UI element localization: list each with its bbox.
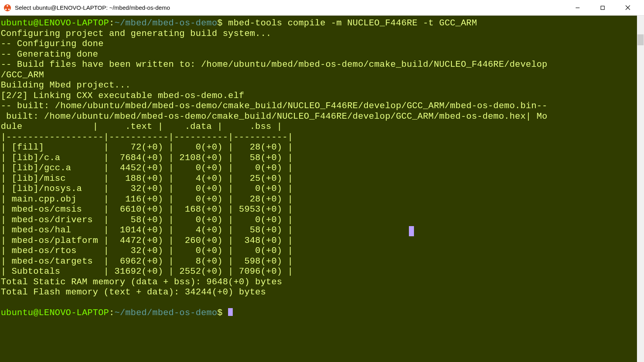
output-line: built: /home/ubuntu/mbed/mbed-os-demo/cm… bbox=[1, 111, 548, 121]
terminal-output: ubuntu@LENOVO-LAPTOP:~/mbed/mbed-os-demo… bbox=[0, 16, 644, 318]
prompt2-colon: : bbox=[109, 308, 114, 318]
table-row: | mbed-os/targets | 6962(+0) | 8(+0) | 5… bbox=[1, 256, 293, 266]
table-row: | [lib]/misc | 188(+0) | 4(+0) | 25(+0) … bbox=[1, 173, 293, 184]
table-row: | mbed-os/hal | 1014(+0) | 4(+0) | 58(+0… bbox=[1, 225, 293, 235]
window-titlebar: Select ubuntu@LENOVO-LAPTOP: ~/mbed/mbed… bbox=[0, 0, 644, 16]
output-line: [2/2] Linking CXX executable mbed-os-dem… bbox=[1, 91, 244, 101]
table-row: | mbed-os/drivers | 58(+0) | 0(+0) | 0(+… bbox=[1, 215, 293, 225]
prompt2-user-host: ubuntu@LENOVO-LAPTOP bbox=[1, 308, 109, 318]
prompt-user-host: ubuntu@LENOVO-LAPTOP bbox=[1, 18, 109, 28]
output-line: -- Configuring done bbox=[1, 39, 103, 49]
window-controls bbox=[571, 2, 640, 13]
selection-highlight bbox=[409, 226, 414, 236]
close-button[interactable] bbox=[621, 2, 635, 13]
minimize-icon bbox=[575, 5, 580, 10]
output-line: dule | .text | .data | .bss | bbox=[1, 121, 282, 132]
table-row: | [fill] | 72(+0) | 0(+0) | 28(+0) | bbox=[1, 142, 293, 152]
table-row: | Subtotals | 31692(+0) | 2552(+0) | 709… bbox=[1, 266, 293, 276]
table-row: | mbed-os/rtos | 32(+0) | 0(+0) | 0(+0) … bbox=[1, 246, 293, 256]
prompt-colon: : bbox=[109, 18, 114, 28]
minimize-button[interactable] bbox=[571, 2, 585, 13]
output-line: -- Build files have been written to: /ho… bbox=[1, 59, 548, 70]
window-title: Select ubuntu@LENOVO-LAPTOP: ~/mbed/mbed… bbox=[15, 4, 170, 11]
table-row: | [lib]/c.a | 7684(+0) | 2108(+0) | 58(+… bbox=[1, 153, 293, 163]
output-line: |------------------|-----------|--------… bbox=[1, 132, 293, 142]
ubuntu-icon bbox=[4, 4, 11, 11]
prompt-path: ~/mbed/mbed-os-demo bbox=[114, 18, 217, 28]
output-line: Total Static RAM memory (data + bss): 96… bbox=[1, 277, 282, 287]
prompt2-path: ~/mbed/mbed-os-demo bbox=[114, 308, 217, 318]
svg-rect-1 bbox=[601, 6, 605, 9]
output-line: -- Generating done bbox=[1, 49, 98, 59]
output-line: Building Mbed project... bbox=[1, 80, 131, 90]
scrollbar[interactable] bbox=[637, 16, 644, 362]
scrollbar-thumb[interactable] bbox=[637, 34, 644, 45]
output-line: /GCC_ARM bbox=[1, 70, 44, 80]
output-line: -- built: /home/ubuntu/mbed/mbed-os-demo… bbox=[1, 101, 548, 111]
table-row: | main.cpp.obj | 116(+0) | 0(+0) | 28(+0… bbox=[1, 194, 293, 204]
table-row: | [lib]/nosys.a | 32(+0) | 0(+0) | 0(+0)… bbox=[1, 184, 293, 194]
command-text: mbed-tools compile -m NUCLEO_F446RE -t G… bbox=[223, 18, 477, 28]
output-line: Total Flash memory (text + data): 34244(… bbox=[1, 287, 266, 297]
table-row: | mbed-os/cmsis | 6610(+0) | 168(+0) | 5… bbox=[1, 204, 293, 214]
prompt-dollar: $ bbox=[217, 18, 223, 28]
output-line: Configuring project and generating build… bbox=[1, 29, 271, 39]
table-row: | [lib]/gcc.a | 4452(+0) | 0(+0) | 0(+0)… bbox=[1, 163, 293, 173]
prompt2-dollar: $ bbox=[217, 308, 223, 318]
terminal-area[interactable]: ubuntu@LENOVO-LAPTOP:~/mbed/mbed-os-demo… bbox=[0, 16, 644, 362]
maximize-button[interactable] bbox=[596, 2, 610, 13]
maximize-icon bbox=[600, 5, 605, 10]
close-icon bbox=[625, 5, 630, 10]
table-row: | mbed-os/platform | 4472(+0) | 260(+0) … bbox=[1, 235, 293, 246]
terminal-cursor bbox=[228, 308, 233, 316]
